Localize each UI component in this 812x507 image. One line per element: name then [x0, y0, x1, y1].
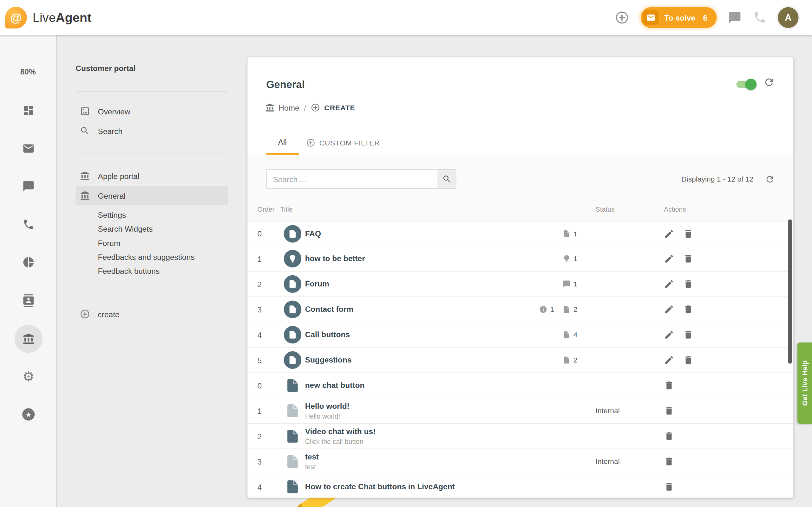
- rail-settings-button[interactable]: ⚙: [22, 370, 35, 383]
- search-input[interactable]: [266, 169, 438, 189]
- search-icon: [80, 126, 90, 136]
- row-title-cell[interactable]: new chat button: [305, 381, 500, 390]
- breadcrumb-create[interactable]: CREATE: [311, 103, 355, 112]
- edit-button[interactable]: [664, 253, 674, 264]
- row-counts: 12: [500, 305, 596, 314]
- table-row[interactable]: 5Suggestions2: [247, 348, 793, 373]
- sidebar-item-forum[interactable]: Forum: [75, 236, 228, 250]
- rail-dashboard-button[interactable]: [22, 105, 35, 117]
- table-row[interactable]: 3testtestInternal: [247, 449, 793, 474]
- home-bank-icon: [265, 103, 274, 112]
- sidebar-item-create[interactable]: create: [75, 304, 228, 324]
- row-order: 2: [257, 432, 280, 441]
- sidebar-item-apple-portal[interactable]: Apple portal: [75, 166, 228, 186]
- card-body: Displaying 1 - 12 of 12 Order Title Stat…: [247, 156, 793, 498]
- table-row[interactable]: 2Video chat with us!Click the call butto…: [247, 424, 793, 449]
- portal-enabled-toggle[interactable]: [737, 81, 755, 88]
- row-actions: [658, 304, 793, 315]
- row-actions: [658, 482, 793, 492]
- sidebar-item-feedback-buttons[interactable]: Feedback buttons: [75, 264, 228, 278]
- rail-calls-button[interactable]: [22, 218, 35, 231]
- search-button[interactable]: [438, 169, 456, 189]
- delete-button[interactable]: [683, 330, 693, 340]
- doc-icon: [284, 275, 302, 293]
- row-title: FAQ: [305, 229, 500, 238]
- table-row[interactable]: 2Forum1: [247, 272, 793, 297]
- table-row[interactable]: 4How to create Chat buttons in LiveAgent: [247, 474, 793, 498]
- row-title-cell[interactable]: testtest: [305, 452, 500, 471]
- row-title-cell[interactable]: How to create Chat buttons in LiveAgent: [305, 482, 500, 492]
- to-solve-button[interactable]: To solve 6: [641, 7, 716, 28]
- row-status: Internal: [596, 406, 658, 415]
- delete-button[interactable]: [683, 228, 693, 239]
- row-title-cell[interactable]: FAQ: [305, 229, 500, 238]
- row-title-cell[interactable]: Video chat with us!Click the call button: [305, 427, 500, 446]
- delete-button[interactable]: [664, 431, 674, 441]
- tab-custom-filter[interactable]: CUSTOM FILTER: [306, 131, 380, 155]
- row-title-cell[interactable]: Call buttons: [305, 330, 500, 339]
- table-row[interactable]: 1how to be better1: [247, 246, 793, 272]
- get-live-help-tab[interactable]: Get Live Help: [798, 343, 812, 424]
- row-title-cell[interactable]: Suggestions: [305, 355, 500, 365]
- sidebar-item-feedbacks[interactable]: Feedbacks and suggestions: [75, 250, 228, 264]
- delete-button[interactable]: [664, 456, 674, 467]
- table-row[interactable]: 4Call buttons4: [247, 322, 793, 348]
- row-title-cell[interactable]: Contact form: [305, 305, 500, 314]
- delete-button[interactable]: [664, 482, 674, 492]
- row-order: 5: [257, 355, 280, 364]
- row-title-cell[interactable]: Forum: [305, 279, 500, 289]
- edit-button[interactable]: [664, 228, 674, 239]
- rail-tickets-button[interactable]: [22, 142, 35, 155]
- delete-button[interactable]: [683, 279, 693, 289]
- row-counts: 1: [500, 255, 596, 263]
- table-header: Order Title Status Actions: [247, 201, 793, 217]
- row-title-cell[interactable]: Hello world!Hello world!: [305, 401, 500, 420]
- doc-icon: [562, 331, 571, 339]
- sidebar-item-search-widgets[interactable]: Search Widgets: [75, 222, 228, 236]
- chats-button[interactable]: [728, 11, 742, 24]
- edit-button[interactable]: [664, 304, 674, 315]
- table-row[interactable]: 0new chat button: [247, 373, 793, 398]
- edit-button[interactable]: [664, 355, 674, 365]
- row-order: 3: [257, 457, 280, 466]
- rail-reports-button[interactable]: [22, 256, 35, 268]
- breadcrumb-create-label: CREATE: [324, 104, 355, 112]
- edit-icon: [664, 228, 674, 239]
- app-root: @ LiveAgent To solve 6 A 80% ⚙ ★ Cust: [0, 0, 812, 507]
- table-row[interactable]: 0FAQ1: [247, 221, 793, 246]
- refresh-list-button[interactable]: [765, 174, 774, 184]
- sidebar-item-general[interactable]: General: [75, 186, 228, 205]
- delete-button[interactable]: [664, 406, 674, 416]
- table-row[interactable]: 3Contact form12: [247, 297, 793, 322]
- sidebar-item-search[interactable]: Search: [75, 121, 228, 141]
- row-subtitle: Hello world!: [305, 412, 500, 420]
- table-row[interactable]: 1Hello world!Hello world!Internal: [247, 398, 793, 424]
- row-order: 4: [257, 482, 280, 491]
- edit-button[interactable]: [664, 330, 674, 340]
- row-actions: [658, 279, 793, 289]
- sidebar-item-settings[interactable]: Settings: [75, 208, 228, 222]
- breadcrumb-home[interactable]: Home: [265, 103, 299, 112]
- scrollbar-thumb[interactable]: [788, 219, 792, 364]
- rail-gamification-button[interactable]: ★: [22, 408, 35, 420]
- row-icon-cell: [280, 275, 305, 293]
- delete-button[interactable]: [683, 304, 693, 315]
- liveagent-logo[interactable]: @ LiveAgent: [5, 7, 91, 29]
- to-solve-label: To solve: [664, 13, 696, 22]
- delete-button[interactable]: [683, 253, 693, 264]
- row-title-cell[interactable]: how to be better: [305, 254, 500, 263]
- add-new-button[interactable]: [615, 10, 629, 25]
- rail-customer-portal-button[interactable]: [22, 333, 35, 345]
- edit-button[interactable]: [664, 279, 674, 289]
- sidebar-item-overview[interactable]: Overview: [75, 101, 228, 121]
- delete-icon: [664, 431, 674, 441]
- delete-button[interactable]: [683, 355, 693, 365]
- user-avatar[interactable]: A: [778, 7, 798, 28]
- refresh-button[interactable]: [763, 77, 775, 88]
- rail-chats-button[interactable]: [22, 180, 35, 192]
- calls-button[interactable]: [753, 11, 766, 24]
- doc-count: 2: [562, 356, 577, 364]
- rail-contacts-button[interactable]: [22, 294, 35, 307]
- delete-button[interactable]: [664, 380, 674, 391]
- tab-all[interactable]: All: [266, 131, 299, 155]
